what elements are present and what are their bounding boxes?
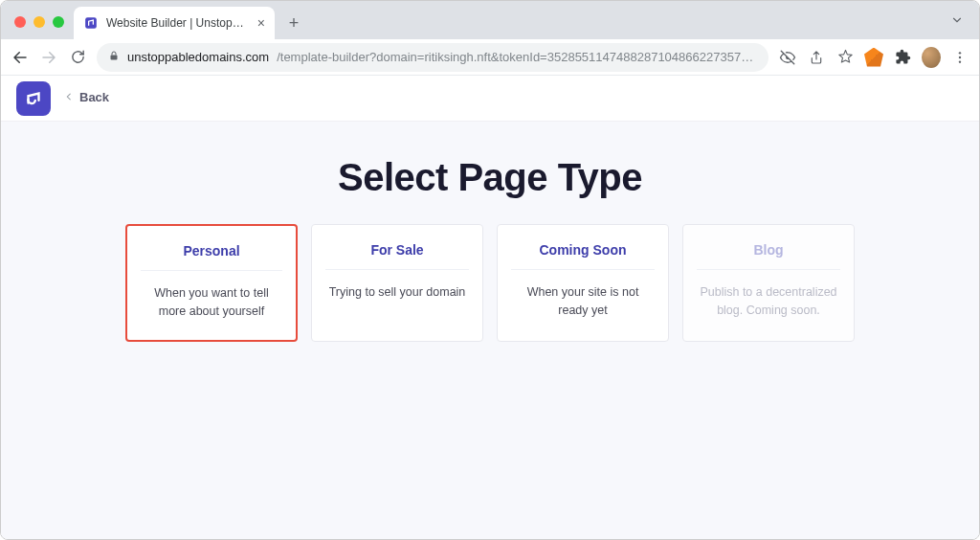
extensions-icon[interactable] xyxy=(893,48,912,67)
page-type-cards: Personal When you want to tell more abou… xyxy=(125,224,855,342)
card-desc: Trying to sell your domain xyxy=(325,283,469,302)
profile-avatar[interactable] xyxy=(922,48,941,67)
card-title: For Sale xyxy=(325,242,469,270)
window-controls xyxy=(9,16,74,39)
card-title: Personal xyxy=(141,243,282,271)
svg-rect-0 xyxy=(85,17,97,29)
card-desc: When you want to tell more about yoursel… xyxy=(141,284,282,321)
card-personal[interactable]: Personal When you want to tell more abou… xyxy=(125,224,298,342)
chevron-left-icon xyxy=(64,90,74,106)
close-window-button[interactable] xyxy=(14,16,26,28)
browser-tab[interactable]: Website Builder | Unstoppable × xyxy=(74,7,275,39)
bookmark-icon[interactable] xyxy=(835,48,855,67)
expand-tabs-icon[interactable] xyxy=(950,13,964,30)
back-link[interactable]: Back xyxy=(64,90,109,106)
card-desc: When your site is not ready yet xyxy=(511,283,655,320)
hide-extension-icon[interactable] xyxy=(778,48,797,67)
share-icon[interactable] xyxy=(807,48,826,67)
tab-title: Website Builder | Unstoppable xyxy=(106,16,250,30)
svg-point-2 xyxy=(959,52,961,54)
close-tab-icon[interactable]: × xyxy=(257,16,265,30)
browser-menu-icon[interactable] xyxy=(950,48,969,67)
page-title: Select Page Type xyxy=(338,156,642,199)
app-content: Select Page Type Personal When you want … xyxy=(1,122,979,540)
nav-forward-button[interactable] xyxy=(39,48,58,67)
metamask-extension-icon[interactable] xyxy=(864,48,883,67)
card-title: Blog xyxy=(697,242,840,270)
card-title: Coming Soon xyxy=(511,242,655,270)
app-logo[interactable] xyxy=(16,81,51,116)
new-tab-button[interactable]: + xyxy=(280,10,307,36)
svg-point-3 xyxy=(959,56,961,57)
card-desc: Publish to a decentralized blog. Coming … xyxy=(697,283,840,320)
app-viewport: Back Select Page Type Personal When you … xyxy=(1,76,979,540)
app-header: Back xyxy=(1,76,979,122)
svg-rect-1 xyxy=(111,56,118,60)
nav-back-button[interactable] xyxy=(11,48,30,67)
svg-point-4 xyxy=(959,60,961,62)
url-input[interactable]: unstoppabledomains.com/template-builder?… xyxy=(97,43,768,72)
tab-favicon-icon xyxy=(83,15,99,31)
browser-address-bar: unstoppabledomains.com/template-builder?… xyxy=(1,39,979,76)
url-domain: unstoppabledomains.com xyxy=(127,50,269,64)
back-label: Back xyxy=(79,91,109,104)
card-for-sale[interactable]: For Sale Trying to sell your domain xyxy=(311,224,483,342)
reload-button[interactable] xyxy=(68,48,87,67)
browser-tab-strip: Website Builder | Unstoppable × + xyxy=(1,1,979,39)
url-path: /template-builder?domain=ritiksingh.nft&… xyxy=(277,50,757,64)
maximize-window-button[interactable] xyxy=(53,16,64,28)
card-coming-soon[interactable]: Coming Soon When your site is not ready … xyxy=(497,224,669,342)
lock-icon xyxy=(108,50,120,64)
card-blog: Blog Publish to a decentralized blog. Co… xyxy=(682,224,855,342)
minimize-window-button[interactable] xyxy=(33,16,45,28)
